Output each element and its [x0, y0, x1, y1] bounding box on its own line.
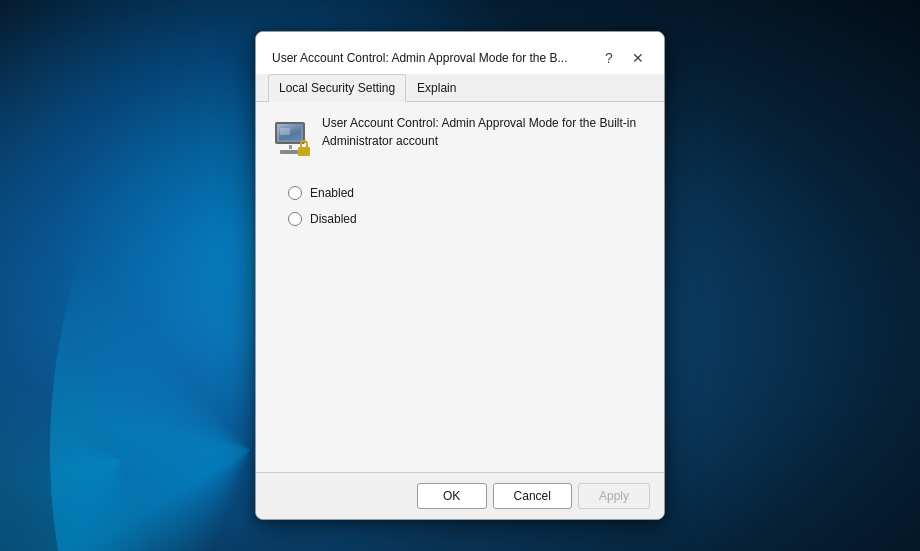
- dialog-title: User Account Control: Admin Approval Mod…: [272, 51, 567, 65]
- option-disabled[interactable]: Disabled: [288, 212, 648, 226]
- content-spacer: [272, 236, 648, 456]
- radio-enabled[interactable]: [288, 186, 302, 200]
- policy-description: User Account Control: Admin Approval Mod…: [322, 114, 648, 150]
- computer-base: [280, 150, 300, 154]
- close-button[interactable]: ✕: [624, 44, 652, 72]
- title-bar-left: User Account Control: Admin Approval Mod…: [272, 51, 596, 65]
- button-bar: OK Cancel Apply: [256, 472, 664, 519]
- dialog-content: User Account Control: Admin Approval Mod…: [256, 102, 664, 472]
- tab-explain[interactable]: Explain: [406, 74, 467, 102]
- dialog-overlay: User Account Control: Admin Approval Mod…: [0, 0, 920, 551]
- tab-bar: Local Security Setting Explain: [256, 74, 664, 102]
- apply-button: Apply: [578, 483, 650, 509]
- title-bar: User Account Control: Admin Approval Mod…: [256, 32, 664, 74]
- computer-stand: [289, 145, 292, 149]
- help-button[interactable]: ?: [596, 45, 622, 71]
- lock-icon: [298, 140, 312, 156]
- cancel-button[interactable]: Cancel: [493, 483, 572, 509]
- options-group: Enabled Disabled: [272, 176, 648, 236]
- enabled-label: Enabled: [310, 186, 354, 200]
- description-row: User Account Control: Admin Approval Mod…: [272, 114, 648, 156]
- title-bar-buttons: ? ✕: [596, 44, 652, 72]
- disabled-label: Disabled: [310, 212, 357, 226]
- tab-local-security[interactable]: Local Security Setting: [268, 74, 406, 102]
- ok-button[interactable]: OK: [417, 483, 487, 509]
- radio-disabled[interactable]: [288, 212, 302, 226]
- option-enabled[interactable]: Enabled: [288, 186, 648, 200]
- dialog-window: User Account Control: Admin Approval Mod…: [255, 31, 665, 520]
- policy-icon: [272, 114, 310, 156]
